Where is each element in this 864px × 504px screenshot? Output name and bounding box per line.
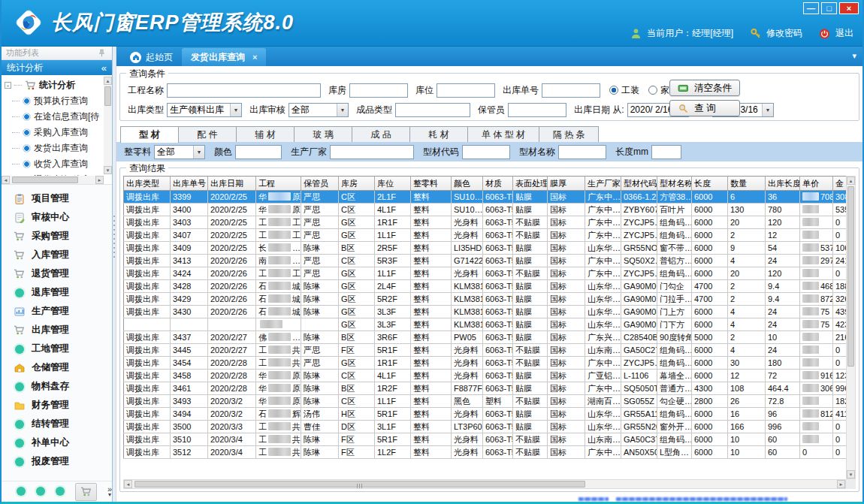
- table-cell[interactable]: 广东中…: [585, 229, 621, 242]
- table-cell[interactable]: 5000: [692, 331, 728, 344]
- table-cell[interactable]: 光身料: [452, 446, 483, 459]
- table-cell[interactable]: [800, 433, 833, 446]
- scroll-left-icon[interactable]: ◄: [124, 480, 132, 488]
- table-cell[interactable]: 调拨出库: [124, 216, 171, 229]
- table-cell[interactable]: 工共工程: [256, 344, 301, 357]
- table-cell[interactable]: 4L1F: [375, 370, 411, 382]
- table-cell[interactable]: 贴膜: [513, 293, 548, 306]
- chevron-down-icon[interactable]: ▼: [337, 104, 348, 116]
- table-cell[interactable]: 2020/3/4: [208, 433, 256, 446]
- table-cell[interactable]: 严思: [301, 344, 339, 357]
- table-cell[interactable]: GA90M06.: [621, 280, 657, 293]
- tree-item[interactable]: 预算执行查询: [5, 93, 112, 109]
- table-cell[interactable]: 贴膜: [513, 204, 548, 216]
- table-cell[interactable]: [256, 318, 301, 331]
- table-row[interactable]: 调拨出库33992020/2/25华原…严思C区2L1F整料SU10…6063-…: [124, 191, 847, 204]
- table-cell[interactable]: 光身料: [452, 408, 483, 421]
- table-row[interactable]: 调拨出库34032020/2/25工工程严思G区1R1F整料光身料6063-T5…: [124, 216, 847, 229]
- table-cell[interactable]: 贴膜: [513, 255, 548, 267]
- table-cell[interactable]: 1L1F: [375, 395, 411, 408]
- keeper-input[interactable]: [508, 103, 566, 117]
- table-cell[interactable]: [800, 204, 833, 216]
- table-cell[interactable]: 2L4F: [375, 280, 411, 293]
- sidebar-item[interactable]: 退库管理: [2, 283, 112, 302]
- tree-vertical-scrollbar[interactable]: ▲ ▼: [104, 77, 112, 174]
- tree-item[interactable]: 采购入库查询: [5, 125, 112, 140]
- table-cell[interactable]: 216: [833, 331, 847, 344]
- scroll-left-icon[interactable]: ◄: [2, 176, 10, 184]
- table-cell[interactable]: 不贴膜: [513, 357, 548, 370]
- material-tab[interactable]: 配 件: [178, 126, 237, 142]
- column-header[interactable]: 膜厚: [548, 177, 585, 191]
- sidebar-item[interactable]: 入库管理: [2, 246, 112, 264]
- table-cell[interactable]: 广东兴…: [585, 331, 621, 344]
- table-cell[interactable]: 不贴膜: [513, 229, 548, 242]
- table-cell[interactable]: 曹佳: [301, 421, 339, 433]
- table-cell[interactable]: 130: [728, 204, 766, 216]
- table-cell[interactable]: 窗不带…: [657, 242, 692, 255]
- table-cell[interactable]: [124, 318, 171, 331]
- table-cell[interactable]: 广东中…: [585, 357, 621, 370]
- table-cell[interactable]: 贴膜: [513, 306, 548, 318]
- table-cell[interactable]: 国标: [548, 267, 585, 280]
- table-cell[interactable]: 整料: [411, 421, 452, 433]
- table-cell[interactable]: 不贴膜: [513, 216, 548, 229]
- table-cell[interactable]: 广东中…: [585, 382, 621, 395]
- table-row[interactable]: 调拨出库35002020/3/3工共工程曹佳D区3L1F整料LT3P606063…: [124, 421, 847, 433]
- table-cell[interactable]: 0: [833, 357, 847, 370]
- table-row[interactable]: 调拨出库34092020/2/25长…陈琳B区2R5F整料LI35HD6063-…: [124, 242, 847, 255]
- table-cell[interactable]: 535: [833, 204, 847, 216]
- table-cell[interactable]: 整料: [411, 280, 452, 293]
- table-cell[interactable]: 调拨出库: [124, 191, 171, 204]
- table-cell[interactable]: C区: [339, 255, 375, 267]
- table-cell[interactable]: 调拨出库: [124, 446, 171, 459]
- table-cell[interactable]: [301, 318, 339, 331]
- table-cell[interactable]: 6000: [692, 267, 728, 280]
- table-cell[interactable]: [800, 229, 833, 242]
- table-cell[interactable]: 调拨出库: [124, 370, 171, 382]
- table-cell[interactable]: 1R1F: [375, 216, 411, 229]
- table-cell[interactable]: 调拨出库: [124, 306, 171, 318]
- table-cell[interactable]: 调拨出库: [124, 433, 171, 446]
- table-cell[interactable]: 国标: [548, 242, 585, 255]
- table-cell[interactable]: 勾企硬…: [657, 395, 692, 408]
- table-row[interactable]: 调拨出库34242020/2/26工工程严思G区1L1F整料光身料6063-T5…: [124, 267, 847, 280]
- table-cell[interactable]: 4700: [692, 293, 728, 306]
- clear-conditions-button[interactable]: 清空条件: [669, 80, 740, 96]
- table-cell[interactable]: B区: [339, 242, 375, 255]
- table-cell[interactable]: 方管38…: [657, 191, 692, 204]
- table-cell[interactable]: 9: [728, 242, 766, 255]
- table-cell[interactable]: KLM3817: [452, 306, 483, 318]
- table-cell[interactable]: 3429: [171, 293, 208, 306]
- table-cell[interactable]: 国标: [548, 382, 585, 395]
- table-cell[interactable]: 整料: [411, 433, 452, 446]
- table-cell[interactable]: 山东华…: [585, 408, 621, 421]
- table-cell[interactable]: 陈琳: [301, 306, 339, 318]
- table-cell[interactable]: 普通方…: [657, 382, 692, 395]
- table-cell[interactable]: 6000: [692, 446, 728, 459]
- chevron-down-icon[interactable]: ▼: [193, 146, 204, 158]
- table-row[interactable]: 调拨出库34002020/2/25华原…严思C区4L1F整料SU10…6063-…: [124, 204, 847, 216]
- table-cell[interactable]: 调拨出库: [124, 344, 171, 357]
- table-cell[interactable]: 陈琳: [301, 242, 339, 255]
- table-cell[interactable]: 3493: [171, 395, 208, 408]
- column-header[interactable]: 型材名称: [657, 177, 692, 191]
- table-cell[interactable]: 120: [766, 216, 800, 229]
- table-cell[interactable]: G区: [339, 318, 375, 331]
- table-cell[interactable]: 工共工程: [256, 357, 301, 370]
- table-cell[interactable]: 996: [766, 421, 800, 433]
- table-cell[interactable]: 6000: [692, 242, 728, 255]
- table-cell[interactable]: 3407: [171, 229, 208, 242]
- table-cell[interactable]: [208, 318, 256, 331]
- table-cell[interactable]: 4: [728, 318, 766, 331]
- table-cell[interactable]: 贴膜: [513, 331, 548, 344]
- table-cell[interactable]: 整料: [411, 293, 452, 306]
- table-cell[interactable]: 不贴膜: [513, 344, 548, 357]
- table-cell[interactable]: 3430: [171, 306, 208, 318]
- table-cell[interactable]: F区: [339, 433, 375, 446]
- table-cell[interactable]: 广东中…: [585, 255, 621, 267]
- table-cell[interactable]: 108: [728, 382, 766, 395]
- table-cell[interactable]: [800, 331, 833, 344]
- table-cell[interactable]: 华原…: [256, 204, 301, 216]
- table-cell[interactable]: 3399: [171, 191, 208, 204]
